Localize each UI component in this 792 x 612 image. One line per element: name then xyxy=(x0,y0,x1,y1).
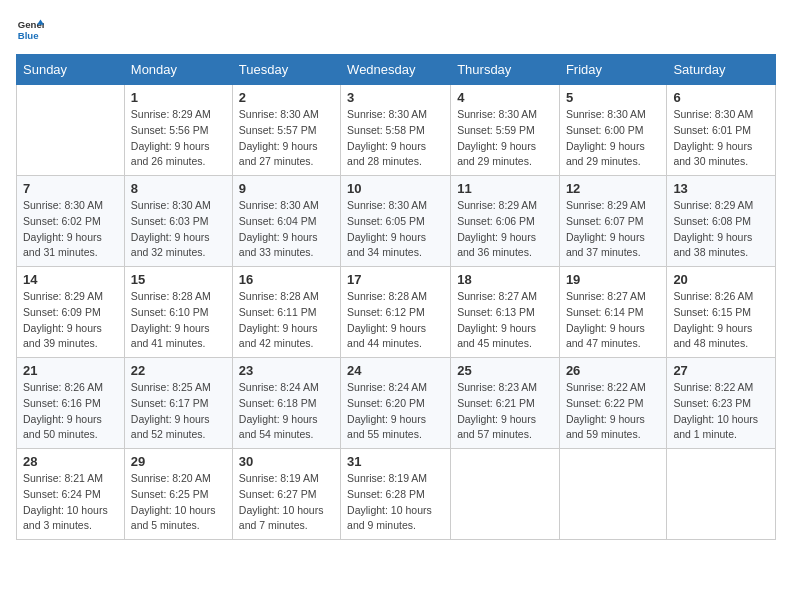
day-cell xyxy=(451,449,560,540)
week-row-3: 14Sunrise: 8:29 AM Sunset: 6:09 PM Dayli… xyxy=(17,267,776,358)
day-number: 25 xyxy=(457,363,553,378)
day-cell: 26Sunrise: 8:22 AM Sunset: 6:22 PM Dayli… xyxy=(559,358,667,449)
day-number: 23 xyxy=(239,363,334,378)
day-detail: Sunrise: 8:29 AM Sunset: 6:08 PM Dayligh… xyxy=(673,198,769,261)
day-number: 7 xyxy=(23,181,118,196)
day-detail: Sunrise: 8:30 AM Sunset: 5:59 PM Dayligh… xyxy=(457,107,553,170)
day-cell: 17Sunrise: 8:28 AM Sunset: 6:12 PM Dayli… xyxy=(341,267,451,358)
day-cell: 21Sunrise: 8:26 AM Sunset: 6:16 PM Dayli… xyxy=(17,358,125,449)
day-detail: Sunrise: 8:26 AM Sunset: 6:16 PM Dayligh… xyxy=(23,380,118,443)
day-number: 19 xyxy=(566,272,661,287)
day-detail: Sunrise: 8:30 AM Sunset: 6:01 PM Dayligh… xyxy=(673,107,769,170)
week-row-5: 28Sunrise: 8:21 AM Sunset: 6:24 PM Dayli… xyxy=(17,449,776,540)
day-detail: Sunrise: 8:30 AM Sunset: 5:58 PM Dayligh… xyxy=(347,107,444,170)
day-detail: Sunrise: 8:24 AM Sunset: 6:20 PM Dayligh… xyxy=(347,380,444,443)
day-cell: 5Sunrise: 8:30 AM Sunset: 6:00 PM Daylig… xyxy=(559,85,667,176)
day-cell: 14Sunrise: 8:29 AM Sunset: 6:09 PM Dayli… xyxy=(17,267,125,358)
day-cell xyxy=(17,85,125,176)
day-number: 2 xyxy=(239,90,334,105)
day-number: 4 xyxy=(457,90,553,105)
day-cell: 10Sunrise: 8:30 AM Sunset: 6:05 PM Dayli… xyxy=(341,176,451,267)
col-header-wednesday: Wednesday xyxy=(341,55,451,85)
day-number: 21 xyxy=(23,363,118,378)
day-number: 24 xyxy=(347,363,444,378)
day-cell: 3Sunrise: 8:30 AM Sunset: 5:58 PM Daylig… xyxy=(341,85,451,176)
week-row-1: 1Sunrise: 8:29 AM Sunset: 5:56 PM Daylig… xyxy=(17,85,776,176)
day-cell: 11Sunrise: 8:29 AM Sunset: 6:06 PM Dayli… xyxy=(451,176,560,267)
day-cell: 1Sunrise: 8:29 AM Sunset: 5:56 PM Daylig… xyxy=(124,85,232,176)
day-detail: Sunrise: 8:30 AM Sunset: 6:03 PM Dayligh… xyxy=(131,198,226,261)
day-detail: Sunrise: 8:29 AM Sunset: 6:09 PM Dayligh… xyxy=(23,289,118,352)
day-detail: Sunrise: 8:22 AM Sunset: 6:23 PM Dayligh… xyxy=(673,380,769,443)
day-detail: Sunrise: 8:30 AM Sunset: 6:04 PM Dayligh… xyxy=(239,198,334,261)
day-detail: Sunrise: 8:21 AM Sunset: 6:24 PM Dayligh… xyxy=(23,471,118,534)
day-cell: 13Sunrise: 8:29 AM Sunset: 6:08 PM Dayli… xyxy=(667,176,776,267)
day-number: 18 xyxy=(457,272,553,287)
day-detail: Sunrise: 8:23 AM Sunset: 6:21 PM Dayligh… xyxy=(457,380,553,443)
day-number: 27 xyxy=(673,363,769,378)
day-cell: 23Sunrise: 8:24 AM Sunset: 6:18 PM Dayli… xyxy=(232,358,340,449)
day-cell: 12Sunrise: 8:29 AM Sunset: 6:07 PM Dayli… xyxy=(559,176,667,267)
logo: General Blue xyxy=(16,16,48,44)
day-detail: Sunrise: 8:24 AM Sunset: 6:18 PM Dayligh… xyxy=(239,380,334,443)
day-cell: 24Sunrise: 8:24 AM Sunset: 6:20 PM Dayli… xyxy=(341,358,451,449)
day-number: 26 xyxy=(566,363,661,378)
col-header-saturday: Saturday xyxy=(667,55,776,85)
day-number: 1 xyxy=(131,90,226,105)
day-number: 3 xyxy=(347,90,444,105)
day-cell: 15Sunrise: 8:28 AM Sunset: 6:10 PM Dayli… xyxy=(124,267,232,358)
day-detail: Sunrise: 8:26 AM Sunset: 6:15 PM Dayligh… xyxy=(673,289,769,352)
day-number: 11 xyxy=(457,181,553,196)
day-cell: 25Sunrise: 8:23 AM Sunset: 6:21 PM Dayli… xyxy=(451,358,560,449)
day-number: 17 xyxy=(347,272,444,287)
calendar-body: 1Sunrise: 8:29 AM Sunset: 5:56 PM Daylig… xyxy=(17,85,776,540)
col-header-monday: Monday xyxy=(124,55,232,85)
day-detail: Sunrise: 8:20 AM Sunset: 6:25 PM Dayligh… xyxy=(131,471,226,534)
day-cell: 9Sunrise: 8:30 AM Sunset: 6:04 PM Daylig… xyxy=(232,176,340,267)
day-detail: Sunrise: 8:27 AM Sunset: 6:14 PM Dayligh… xyxy=(566,289,661,352)
day-detail: Sunrise: 8:19 AM Sunset: 6:28 PM Dayligh… xyxy=(347,471,444,534)
day-detail: Sunrise: 8:29 AM Sunset: 5:56 PM Dayligh… xyxy=(131,107,226,170)
day-cell: 27Sunrise: 8:22 AM Sunset: 6:23 PM Dayli… xyxy=(667,358,776,449)
calendar-table: SundayMondayTuesdayWednesdayThursdayFrid… xyxy=(16,54,776,540)
day-number: 9 xyxy=(239,181,334,196)
day-number: 29 xyxy=(131,454,226,469)
logo-icon: General Blue xyxy=(16,16,44,44)
day-cell: 20Sunrise: 8:26 AM Sunset: 6:15 PM Dayli… xyxy=(667,267,776,358)
day-cell: 18Sunrise: 8:27 AM Sunset: 6:13 PM Dayli… xyxy=(451,267,560,358)
day-number: 10 xyxy=(347,181,444,196)
col-header-friday: Friday xyxy=(559,55,667,85)
day-detail: Sunrise: 8:28 AM Sunset: 6:12 PM Dayligh… xyxy=(347,289,444,352)
day-detail: Sunrise: 8:30 AM Sunset: 6:05 PM Dayligh… xyxy=(347,198,444,261)
day-number: 13 xyxy=(673,181,769,196)
day-detail: Sunrise: 8:19 AM Sunset: 6:27 PM Dayligh… xyxy=(239,471,334,534)
day-detail: Sunrise: 8:30 AM Sunset: 6:02 PM Dayligh… xyxy=(23,198,118,261)
day-cell: 2Sunrise: 8:30 AM Sunset: 5:57 PM Daylig… xyxy=(232,85,340,176)
day-number: 22 xyxy=(131,363,226,378)
day-cell: 4Sunrise: 8:30 AM Sunset: 5:59 PM Daylig… xyxy=(451,85,560,176)
day-cell: 8Sunrise: 8:30 AM Sunset: 6:03 PM Daylig… xyxy=(124,176,232,267)
day-number: 6 xyxy=(673,90,769,105)
day-detail: Sunrise: 8:22 AM Sunset: 6:22 PM Dayligh… xyxy=(566,380,661,443)
day-detail: Sunrise: 8:29 AM Sunset: 6:06 PM Dayligh… xyxy=(457,198,553,261)
day-cell: 30Sunrise: 8:19 AM Sunset: 6:27 PM Dayli… xyxy=(232,449,340,540)
day-number: 12 xyxy=(566,181,661,196)
col-header-sunday: Sunday xyxy=(17,55,125,85)
week-row-2: 7Sunrise: 8:30 AM Sunset: 6:02 PM Daylig… xyxy=(17,176,776,267)
week-row-4: 21Sunrise: 8:26 AM Sunset: 6:16 PM Dayli… xyxy=(17,358,776,449)
day-cell: 6Sunrise: 8:30 AM Sunset: 6:01 PM Daylig… xyxy=(667,85,776,176)
day-number: 28 xyxy=(23,454,118,469)
page-header: General Blue xyxy=(16,16,776,44)
day-detail: Sunrise: 8:25 AM Sunset: 6:17 PM Dayligh… xyxy=(131,380,226,443)
day-cell xyxy=(559,449,667,540)
day-number: 14 xyxy=(23,272,118,287)
day-detail: Sunrise: 8:30 AM Sunset: 6:00 PM Dayligh… xyxy=(566,107,661,170)
day-detail: Sunrise: 8:29 AM Sunset: 6:07 PM Dayligh… xyxy=(566,198,661,261)
day-cell: 28Sunrise: 8:21 AM Sunset: 6:24 PM Dayli… xyxy=(17,449,125,540)
day-number: 15 xyxy=(131,272,226,287)
col-header-tuesday: Tuesday xyxy=(232,55,340,85)
day-detail: Sunrise: 8:30 AM Sunset: 5:57 PM Dayligh… xyxy=(239,107,334,170)
day-number: 20 xyxy=(673,272,769,287)
day-number: 16 xyxy=(239,272,334,287)
day-number: 8 xyxy=(131,181,226,196)
